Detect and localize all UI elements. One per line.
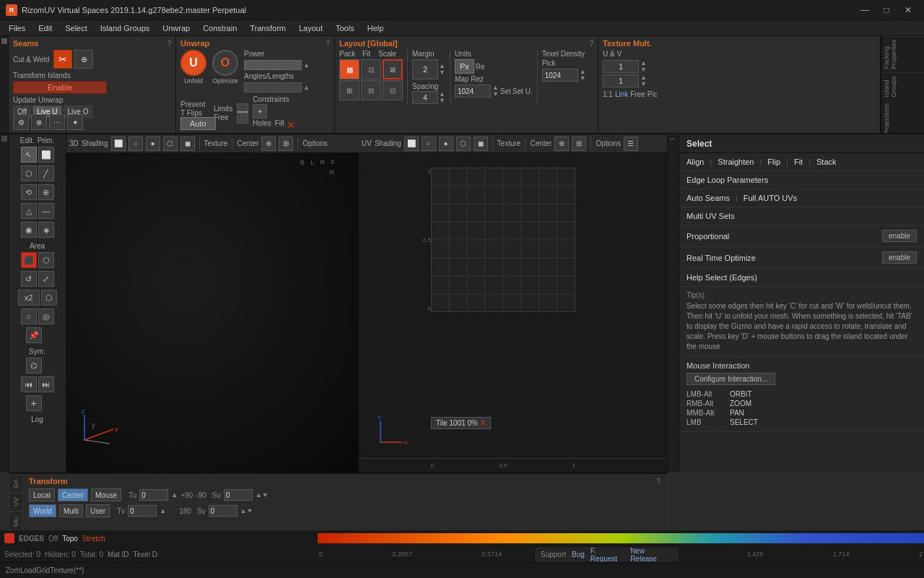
uv-center-2[interactable]: ⊞ — [572, 137, 586, 151]
fit-icon-1[interactable]: ⊡ — [361, 59, 381, 79]
full-auto-label[interactable]: Full AUTO UVs — [744, 194, 797, 202]
unfold-icon[interactable]: U — [180, 50, 206, 76]
set-u-btn[interactable]: Set U. — [513, 87, 533, 95]
enable-button[interactable]: Enable — [13, 81, 107, 94]
tex-down2[interactable]: ▼ — [640, 81, 647, 87]
menu-transform[interactable]: Transform — [244, 21, 292, 35]
tv-input[interactable]: 0 — [128, 505, 157, 517]
power-up[interactable]: ▲ — [303, 61, 310, 69]
packing-properties-label[interactable]: Packing Properties — [881, 36, 924, 72]
link-btn[interactable]: Link — [615, 90, 628, 98]
center-btn[interactable]: Center — [58, 488, 88, 501]
shading-wire-icon[interactable]: ⬜ — [111, 137, 126, 151]
edge-tool[interactable]: — — [38, 203, 54, 219]
proportional-enable-btn[interactable]: enable — [882, 230, 917, 242]
f-request-link[interactable]: F. Request — [590, 547, 624, 563]
new-release-link[interactable]: New Release — [630, 547, 673, 563]
menu-help[interactable]: Help — [362, 21, 390, 35]
margin-input[interactable]: 2 — [412, 59, 438, 79]
shading-smooth-icon[interactable]: ● — [146, 137, 160, 151]
power-slider[interactable] — [244, 60, 302, 70]
texel-d-label[interactable]: Texel D — [134, 551, 157, 558]
island-tool[interactable]: ◈ — [38, 222, 54, 238]
tu-input[interactable]: 0 — [139, 489, 168, 501]
skip-tool[interactable]: ⏮ — [21, 376, 37, 392]
move-tool[interactable]: ⊕ — [38, 184, 54, 200]
su-input[interactable]: 0 — [224, 489, 253, 501]
brush-tool[interactable]: ╱ — [38, 165, 54, 181]
spacing-down[interactable]: ▼ — [439, 98, 445, 104]
tile-x-btn[interactable]: X — [481, 419, 486, 427]
menu-select[interactable]: Select — [59, 21, 93, 35]
mat-id-label[interactable]: Mat ID — [108, 551, 128, 558]
su-arrow[interactable]: ▲▼ — [256, 491, 269, 499]
sv-input[interactable]: 0 — [209, 505, 237, 517]
free-btn[interactable]: Free — [630, 90, 645, 98]
center-icon-2[interactable]: ⊞ — [279, 137, 293, 151]
bug-link[interactable]: Bug — [572, 551, 585, 558]
straighten-label[interactable]: Straighten — [718, 158, 754, 166]
fit-icon-2[interactable]: ⊟ — [361, 80, 381, 100]
center-icon-1[interactable]: ⊕ — [261, 137, 276, 151]
uv-shade-wire[interactable]: ⬜ — [404, 137, 419, 151]
mu-tab[interactable]: Mu. — [9, 512, 23, 530]
uv-shade-check[interactable]: ◼ — [474, 137, 488, 151]
configure-interaction-btn[interactable]: Configure Interaction... — [687, 373, 775, 385]
menu-unwrap[interactable]: Unwrap — [157, 21, 196, 35]
angles-slider[interactable] — [244, 82, 302, 92]
minimize-button[interactable]: — — [855, 3, 875, 17]
menu-files[interactable]: Files — [3, 21, 31, 35]
menu-layout[interactable]: Layout — [293, 21, 328, 35]
scale-icon-2[interactable]: ⊡ — [383, 80, 403, 100]
projections-label[interactable]: Projections — [881, 100, 924, 133]
seams-help[interactable]: ? — [167, 40, 171, 48]
maximize-button[interactable]: □ — [876, 3, 897, 17]
transform-help[interactable]: ? — [656, 478, 661, 486]
rez-down[interactable]: ▼ — [580, 75, 586, 82]
pack-icon-1[interactable]: ▦ — [339, 59, 359, 79]
stack-label[interactable]: Stack — [816, 158, 837, 166]
pin-tool[interactable]: 📌 — [26, 327, 42, 343]
fit-label[interactable]: Fit — [794, 158, 803, 166]
grid-tab[interactable]: Gri. — [9, 474, 23, 493]
tex-down1[interactable]: ▼ — [640, 66, 647, 73]
world-btn[interactable]: World — [29, 504, 56, 517]
auto-seams-item[interactable]: Auto Seams | Full AUTO UVs — [679, 189, 924, 207]
close-button[interactable]: ✕ — [898, 3, 918, 17]
box-select-tool[interactable]: ⬜ — [38, 147, 54, 163]
area-sel-tool[interactable]: ⬛ — [21, 252, 37, 268]
3d-viewport-content[interactable]: B L R F R y x z — [66, 153, 359, 473]
uv-viewport-content[interactable]: Tile 1001 0% X U V 0 0.5 — [359, 153, 667, 473]
off-status[interactable]: Off — [48, 535, 58, 543]
cut-icon[interactable]: ✂ — [53, 50, 72, 69]
stretch-status[interactable]: Stretch — [82, 535, 105, 543]
mouse-btn[interactable]: Mouse — [91, 488, 121, 501]
optimize-icon[interactable]: O — [212, 50, 238, 76]
shading-flat-icon[interactable]: ○ — [128, 137, 143, 151]
menu-tools[interactable]: Tools — [330, 21, 360, 35]
skip2-tool[interactable]: ⏭ — [38, 376, 54, 392]
menu-island-groups[interactable]: Island Groups — [95, 21, 155, 35]
tv-arrow-up[interactable]: ▲ — [160, 507, 166, 514]
pack-icon-2[interactable]: ⊞ — [339, 80, 359, 100]
set-btn[interactable]: Set — [500, 87, 511, 95]
proportional-item[interactable]: Proportional enable — [679, 225, 924, 247]
multi-btn[interactable]: Multi — [59, 504, 83, 517]
flip-label[interactable]: Flip — [767, 158, 780, 166]
x2-tool[interactable]: x2 — [18, 290, 40, 306]
menu-constrain[interactable]: Constrain — [197, 21, 243, 35]
auto-button[interactable]: Auto — [180, 117, 216, 130]
shading-tex-icon[interactable]: ⬡ — [163, 137, 178, 151]
user-btn[interactable]: User — [86, 504, 110, 517]
seam-tool-2[interactable]: ⊗ — [31, 114, 47, 130]
lasso-tool[interactable]: ⬡ — [21, 165, 37, 181]
constrain-slider[interactable] — [237, 103, 248, 124]
fill-x-icon[interactable]: ✕ — [287, 119, 295, 131]
transform-tool[interactable]: ⟲ — [21, 184, 37, 200]
pic-btn[interactable]: Pic — [648, 90, 658, 98]
edge-loop-item[interactable]: Edge Loop Parameters — [679, 171, 924, 189]
weld-icon[interactable]: ⊕ — [74, 50, 93, 69]
rotate-tool[interactable]: ↺ — [21, 271, 37, 287]
plus-icon[interactable]: + — [253, 104, 267, 118]
add-tool[interactable]: + — [26, 395, 42, 411]
